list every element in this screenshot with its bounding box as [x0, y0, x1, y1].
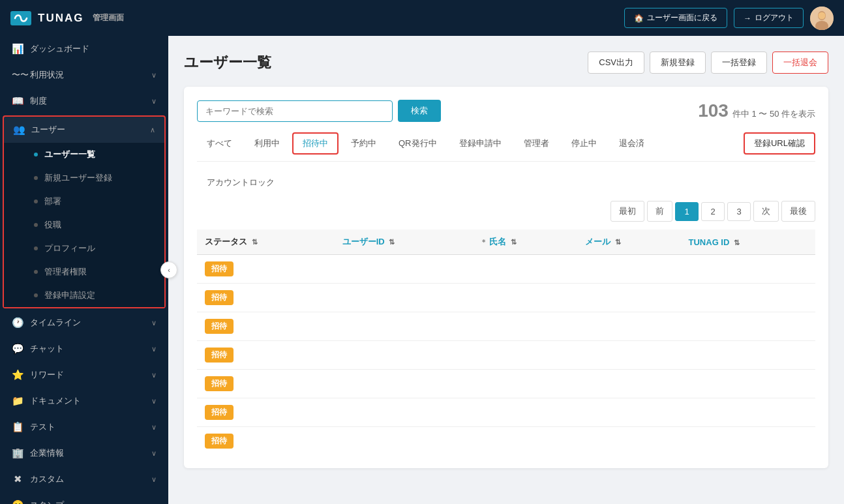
tab-invited[interactable]: 招待中	[292, 132, 339, 155]
admin-perm-label: 管理者権限	[44, 266, 87, 278]
count-number: 103	[698, 100, 729, 121]
home-icon: 🏠	[634, 14, 644, 23]
profile-label: プロフィール	[44, 243, 95, 254]
tab-qr[interactable]: QR発行中	[389, 133, 447, 154]
sort-link-user-id[interactable]: ユーザーID	[342, 237, 385, 246]
logout-button[interactable]: → ログアウト	[734, 8, 804, 28]
cell-tunag-id	[681, 341, 815, 370]
document-icon: 📁	[12, 395, 23, 407]
cell-tunag-id	[681, 255, 815, 284]
sidebar-item-user[interactable]: 👥 ユーザー ∧	[4, 117, 164, 143]
page-next-button[interactable]: 次	[753, 201, 779, 222]
sort-icon-name[interactable]: ⇅	[511, 238, 517, 246]
header-actions: 🏠 ユーザー画面に戻る → ログアウト	[624, 7, 834, 30]
sidebar-label-document: ドキュメント	[30, 395, 81, 407]
page-3-button[interactable]: 3	[727, 202, 751, 221]
new-register-button[interactable]: 新規登録	[650, 52, 706, 74]
sidebar-item-profile[interactable]: プロフィール	[4, 237, 164, 260]
sidebar-item-usage[interactable]: 〜〜 利用状況 ∨	[0, 62, 168, 88]
sidebar-item-chat[interactable]: 💬 チャット ∨	[0, 336, 168, 362]
admin-label: 管理画面	[93, 12, 124, 23]
stamp-icon: 😊	[12, 499, 23, 504]
sidebar-item-position[interactable]: 役職	[4, 213, 164, 237]
header: TUNAG 管理画面 🏠 ユーザー画面に戻る → ログアウト	[0, 0, 844, 36]
sidebar-item-stamp[interactable]: 😊 スタンプ	[0, 492, 168, 504]
sidebar-label-company: 企業情報	[30, 447, 64, 459]
sidebar-label-dashboard: ダッシュボード	[30, 43, 89, 55]
tab-admin[interactable]: 管理者	[514, 133, 559, 154]
cell-email	[577, 370, 680, 398]
table-row: 招待	[197, 398, 815, 427]
test-icon: 📋	[12, 421, 23, 433]
chevron-down-icon-custom: ∨	[151, 475, 157, 484]
csv-export-button[interactable]: CSV出力	[588, 52, 644, 74]
sidebar-label-custom: カスタム	[30, 473, 64, 485]
search-input[interactable]	[197, 100, 393, 122]
sidebar-item-test[interactable]: 📋 テスト ∨	[0, 414, 168, 440]
tab-active[interactable]: 利用中	[245, 133, 290, 154]
sidebar-item-reward[interactable]: ⭐ リワード ∨	[0, 362, 168, 388]
cell-tunag-id	[681, 427, 815, 456]
count-suffix: 件中 1 〜 50 件を表示	[732, 108, 815, 120]
sidebar-item-department[interactable]: 部署	[4, 190, 164, 213]
page-first-button[interactable]: 最初	[610, 201, 644, 222]
tab-withdrawn[interactable]: 退会済	[609, 133, 654, 154]
chevron-down-icon: ∨	[151, 71, 157, 80]
register-url-button[interactable]: 登録URL確認	[744, 132, 815, 155]
user-screen-button[interactable]: 🏠 ユーザー画面に戻る	[624, 8, 727, 28]
table-row: 招待	[197, 370, 815, 398]
sidebar-item-user-list[interactable]: ユーザー一覧	[4, 143, 164, 166]
sort-icon-user-id[interactable]: ⇅	[389, 238, 395, 246]
sidebar-item-dashboard[interactable]: 📊 ダッシュボード	[0, 36, 168, 62]
sidebar-item-admin-perm[interactable]: 管理者権限	[4, 260, 164, 284]
page-header: ユーザー一覧 CSV出力 新規登録 一括登録 一括退会	[184, 52, 828, 74]
usage-icon: 〜〜	[12, 69, 23, 81]
page-prev-button[interactable]: 前	[647, 201, 672, 222]
tab-suspended[interactable]: 停止中	[562, 133, 607, 154]
sidebar-label-usage: 利用状況	[30, 69, 64, 81]
tab-reserved[interactable]: 予約中	[341, 133, 386, 154]
bulk-withdraw-button[interactable]: 一括退会	[772, 52, 828, 74]
tab-account-lock[interactable]: アカウントロック	[197, 172, 284, 193]
sort-link-email[interactable]: メール	[585, 237, 610, 246]
tab-all[interactable]: すべて	[197, 133, 242, 154]
sort-link-tunag-id[interactable]: TUNAG ID	[689, 237, 730, 247]
sidebar-item-document[interactable]: 📁 ドキュメント ∨	[0, 388, 168, 414]
page-last-button[interactable]: 最後	[781, 201, 815, 222]
tab-pending[interactable]: 登録申請中	[449, 133, 511, 154]
sidebar-item-company[interactable]: 🏢 企業情報 ∨	[0, 440, 168, 466]
search-button[interactable]: 検索	[398, 100, 441, 122]
cell-status: 招待	[197, 284, 335, 312]
sidebar-label-reward: リワード	[30, 369, 64, 381]
logo-text: TUNAG	[38, 12, 83, 25]
bulk-register-button[interactable]: 一括登録	[711, 52, 767, 74]
cell-tunag-id	[681, 312, 815, 341]
sidebar-label-system: 制度	[30, 95, 47, 107]
status-badge-invite: 招待	[205, 434, 234, 449]
col-user-id: ユーザーID ⇅	[335, 230, 472, 255]
user-submenu: ユーザー一覧 新規ユーザー登録 部署 役職 プロフィール 管	[4, 143, 164, 307]
sidebar-item-timeline[interactable]: 🕐 タイムライン ∨	[0, 310, 168, 336]
page-actions: CSV出力 新規登録 一括登録 一括退会	[588, 52, 828, 74]
page-2-button[interactable]: 2	[701, 202, 725, 221]
sidebar-item-system[interactable]: 📖 制度 ∨	[0, 88, 168, 114]
cell-email	[577, 255, 680, 284]
sidebar-item-reg-settings[interactable]: 登録申請設定	[4, 284, 164, 307]
sidebar-item-custom[interactable]: ✖ カスタム ∨	[0, 466, 168, 492]
sidebar-collapse-button[interactable]: ‹	[160, 261, 177, 278]
svg-point-3	[819, 12, 826, 19]
page-1-button[interactable]: 1	[675, 202, 699, 221]
status-badge-invite: 招待	[205, 348, 234, 363]
table-row: 招待	[197, 427, 815, 456]
dashboard-icon: 📊	[12, 43, 23, 55]
page-title: ユーザー一覧	[184, 53, 271, 72]
avatar	[810, 7, 834, 30]
sort-icon-status[interactable]: ⇅	[252, 238, 258, 246]
sort-icon-email[interactable]: ⇅	[615, 238, 621, 246]
sort-icon-tunag-id[interactable]: ⇅	[734, 239, 740, 246]
search-row: 検索 103 件中 1 〜 50 件を表示	[197, 100, 815, 122]
sort-link-name[interactable]: 氏名	[489, 237, 506, 246]
sidebar-label-test: テスト	[30, 421, 55, 433]
sidebar-item-new-user[interactable]: 新規ユーザー登録	[4, 166, 164, 190]
col-status: ステータス ⇅	[197, 230, 335, 255]
